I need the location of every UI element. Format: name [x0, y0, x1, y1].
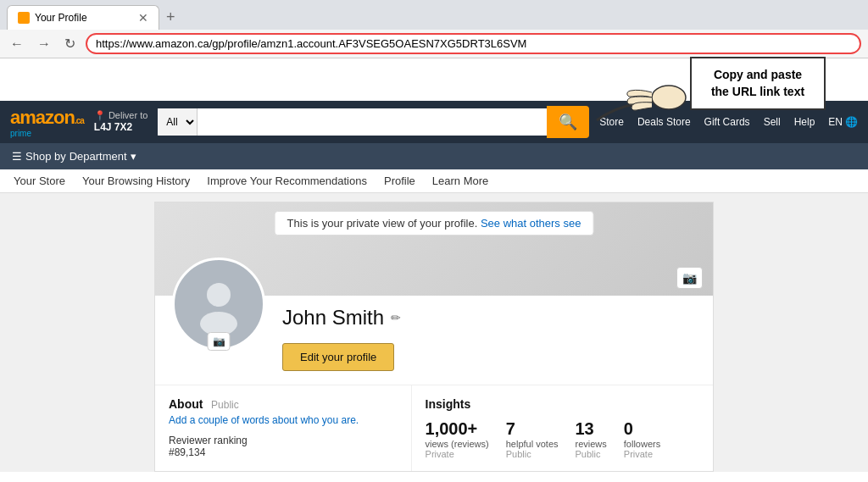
private-notice-text: This is your private view of your profil…	[287, 217, 478, 230]
stat-views-value: 1,000+	[426, 419, 489, 439]
stat-votes-value: 7	[506, 419, 559, 439]
hamburger-menu[interactable]: ☰ Shop by Department ▾	[10, 147, 138, 166]
stat-helpful-votes: 7 helpful votes Public	[506, 419, 559, 459]
edit-profile-button[interactable]: Edit your profile	[282, 343, 394, 371]
stat-views: 1,000+ views (reviews) Private	[426, 419, 489, 459]
shop-by-label: Shop by	[25, 150, 66, 163]
stats-section: About Public Add a couple of words about…	[155, 385, 713, 471]
stat-reviews: 13 reviews Public	[576, 419, 607, 459]
page-nav-profile[interactable]: Profile	[384, 175, 415, 187]
avatar-person-icon	[189, 274, 248, 334]
about-visibility: Public	[211, 399, 239, 411]
tab-close-button[interactable]: ✕	[138, 11, 148, 25]
private-notice: This is your private view of your profil…	[275, 211, 594, 235]
forward-button[interactable]: →	[34, 35, 54, 53]
stat-followers-visibility: Private	[624, 449, 660, 459]
stat-reviews-value: 13	[576, 419, 607, 439]
see-others-link[interactable]: See what others see	[481, 217, 581, 230]
hand-pointer-icon	[588, 65, 690, 133]
avatar-section: 📷	[172, 258, 265, 351]
reviewer-ranking-label: Reviewer ranking	[169, 435, 398, 446]
svg-point-1	[207, 283, 231, 307]
new-tab-button[interactable]: +	[159, 5, 182, 30]
about-title: About	[169, 397, 203, 411]
page-nav-recommendations[interactable]: Improve Your Recommendations	[207, 175, 367, 187]
profile-card: This is your private view of your profil…	[154, 202, 714, 472]
address-bar-container	[86, 33, 861, 54]
stat-reviews-visibility: Public	[576, 449, 607, 459]
stat-views-label: views (reviews)	[426, 439, 489, 449]
profile-lower: 📷 John Smith ✏ Edit your profile	[155, 296, 713, 385]
insights-stats: 1,000+ views (reviews) Private 7 helpful…	[426, 419, 699, 459]
address-bar-input[interactable]	[96, 37, 851, 50]
profile-page-wrapper: This is your private view of your profil…	[0, 193, 868, 472]
page-nav: Your Store Your Browsing History Improve…	[0, 169, 868, 193]
annotation-overlay: Copy and paste the URL link text	[0, 57, 843, 133]
annotation-box: Copy and paste the URL link text	[690, 57, 826, 110]
edit-name-icon[interactable]: ✏	[391, 311, 401, 324]
chevron-down-icon: ▾	[131, 150, 136, 163]
stat-followers: 0 followers Private	[624, 419, 660, 459]
hamburger-icon: ☰	[12, 150, 22, 163]
globe-icon: 🌐	[845, 116, 858, 128]
about-section: About Public Add a couple of words about…	[155, 385, 412, 471]
annotation-text: Copy and paste the URL link text	[711, 68, 804, 98]
about-link[interactable]: Add a couple of words about who you are.	[169, 414, 398, 426]
stat-views-visibility: Private	[426, 449, 489, 459]
stat-votes-visibility: Public	[506, 449, 559, 459]
page-nav-yourstore[interactable]: Your Store	[14, 175, 65, 187]
reviewer-number: #89,134	[169, 446, 398, 458]
camera-icon-banner[interactable]: 📷	[676, 267, 703, 289]
profile-info: John Smith ✏ Edit your profile	[282, 296, 696, 371]
page-nav-learn-more[interactable]: Learn More	[432, 175, 488, 187]
refresh-button[interactable]: ↻	[61, 34, 79, 53]
browser-nav-bar: ← → ↻	[0, 30, 868, 58]
about-header: About Public	[169, 397, 398, 411]
browser-chrome: Your Profile ✕ + ← → ↻	[0, 0, 868, 58]
insights-section: Insights 1,000+ views (reviews) Private …	[412, 385, 713, 471]
tab-favicon	[18, 12, 30, 24]
stat-votes-label: helpful votes	[506, 439, 559, 449]
stat-followers-label: followers	[624, 439, 660, 449]
back-button[interactable]: ←	[7, 35, 27, 53]
department-label: Department	[70, 150, 127, 163]
tab-title: Your Profile	[35, 12, 87, 24]
stat-followers-value: 0	[624, 419, 660, 439]
profile-name-text: John Smith	[282, 306, 384, 330]
svg-point-0	[652, 86, 686, 109]
tab-bar: Your Profile ✕ +	[0, 0, 868, 30]
page-nav-browsing-history[interactable]: Your Browsing History	[82, 175, 190, 187]
svg-point-2	[200, 312, 237, 334]
secondary-nav: ☰ Shop by Department ▾	[0, 143, 868, 169]
profile-name-row: John Smith ✏	[282, 306, 696, 330]
stat-reviews-label: reviews	[576, 439, 607, 449]
active-tab: Your Profile ✕	[7, 5, 159, 30]
insights-title: Insights	[426, 397, 699, 411]
camera-icon-avatar[interactable]: 📷	[208, 332, 231, 351]
